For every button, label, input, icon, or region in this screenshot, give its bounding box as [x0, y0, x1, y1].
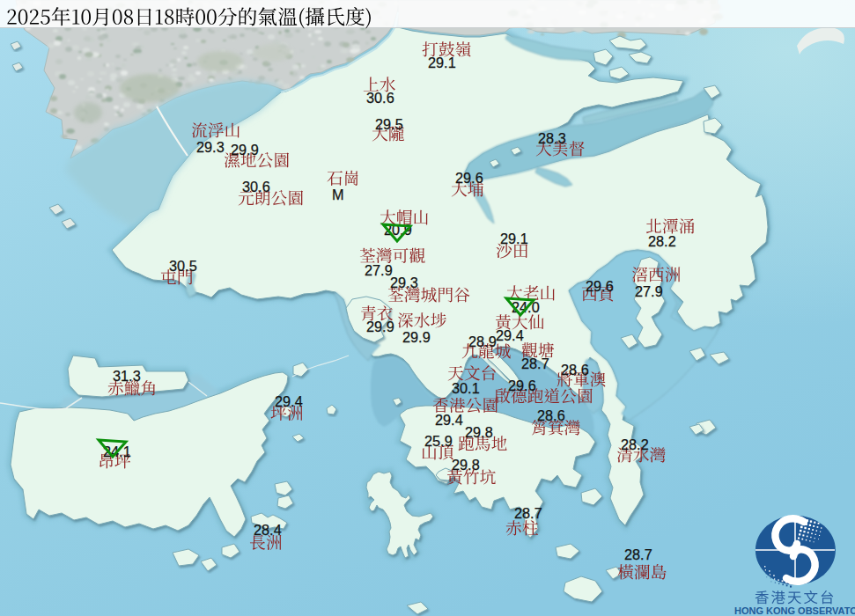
svg-text:29.1: 29.1: [428, 55, 456, 70]
svg-text:27.9: 27.9: [635, 283, 663, 299]
svg-text:29.1: 29.1: [500, 231, 528, 246]
svg-text:27.9: 27.9: [365, 262, 393, 278]
svg-text:29.4: 29.4: [435, 412, 463, 428]
svg-text:29.4: 29.4: [275, 393, 303, 409]
svg-text:29.9: 29.9: [402, 329, 431, 345]
svg-text:M: M: [332, 187, 344, 202]
svg-text:29.8: 29.8: [465, 424, 493, 440]
svg-text:24.0: 24.0: [512, 299, 540, 315]
svg-text:28.2: 28.2: [648, 233, 676, 249]
svg-text:28.7: 28.7: [521, 356, 549, 371]
svg-text:29.3: 29.3: [196, 139, 225, 155]
svg-text:28.3: 28.3: [538, 130, 566, 146]
svg-text:29.6: 29.6: [508, 378, 536, 393]
svg-text:30.6: 30.6: [366, 90, 394, 106]
svg-text:28.7: 28.7: [514, 505, 542, 521]
svg-text:29.6: 29.6: [586, 278, 614, 294]
svg-text:29.8: 29.8: [452, 457, 480, 473]
svg-text:25.9: 25.9: [424, 433, 453, 449]
svg-text:28.9: 28.9: [468, 334, 497, 349]
svg-text:28.6: 28.6: [561, 362, 589, 378]
svg-text:28.7: 28.7: [624, 546, 652, 562]
svg-text:28.6: 28.6: [537, 407, 565, 423]
svg-text:29.9: 29.9: [366, 319, 394, 334]
svg-text:30.5: 30.5: [169, 258, 197, 274]
svg-text:29.5: 29.5: [375, 116, 403, 132]
svg-text:30.6: 30.6: [242, 179, 270, 194]
svg-text:HONG KONG OBSERVATORY: HONG KONG OBSERVATORY: [734, 605, 855, 616]
svg-text:31.3: 31.3: [113, 368, 141, 384]
svg-text:29.3: 29.3: [390, 275, 418, 290]
svg-text:29.4: 29.4: [496, 327, 524, 343]
svg-text:29.6: 29.6: [455, 170, 483, 186]
svg-text:29.9: 29.9: [231, 142, 259, 158]
svg-text:30.1: 30.1: [452, 380, 480, 396]
svg-text:28.4: 28.4: [254, 522, 282, 538]
svg-text:28.2: 28.2: [621, 436, 649, 452]
